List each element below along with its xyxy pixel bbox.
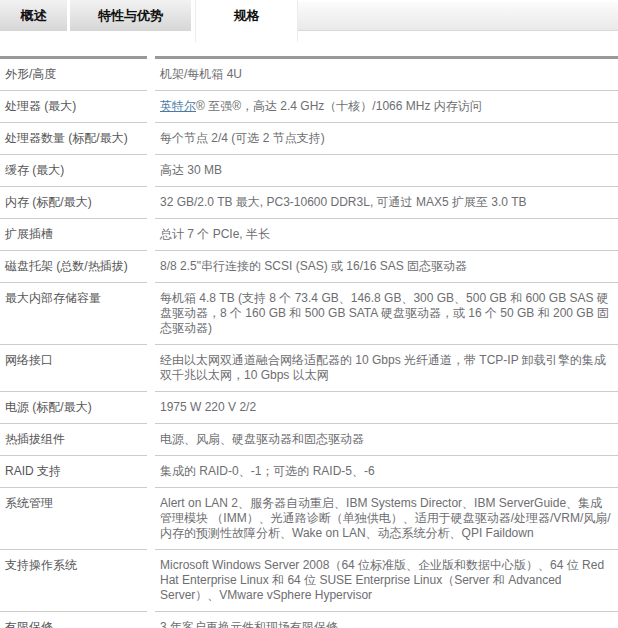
spec-row: 有限保修 3 年客户更换元件和现场有限保修 [0, 612, 618, 628]
spec-value-text: 每机箱 4.8 TB (支持 8 个 73.4 GB、146.8 GB、300 … [160, 291, 609, 335]
spec-label: 电源 (标配/最大) [0, 392, 147, 424]
spec-value-text: 8/8 2.5"串行连接的 SCSI (SAS) 或 16/16 SAS 固态驱… [160, 259, 467, 273]
spec-value: 经由以太网双通道融合网络适配器的 10 Gbps 光纤通道，带 TCP-IP 卸… [155, 345, 618, 392]
intel-link[interactable]: 英特尔 [160, 99, 196, 113]
spec-value-text: 每个节点 2/4 (可选 2 节点支持) [160, 131, 325, 145]
spec-row: 热插拔组件 电源、风扇、硬盘驱动器和固态驱动器 [0, 424, 618, 456]
spec-value-text: 高达 30 MB [160, 163, 222, 177]
spec-row: 最大内部存储容量 每机箱 4.8 TB (支持 8 个 73.4 GB、146.… [0, 283, 618, 345]
spec-value-text: Alert on LAN 2、服务器自动重启、IBM Systems Direc… [160, 496, 611, 540]
tab-specs[interactable]: 规格 [195, 0, 298, 42]
spec-value-text: 机架/每机箱 4U [160, 67, 242, 81]
spec-value: 每个节点 2/4 (可选 2 节点支持) [155, 123, 618, 155]
spec-label: 支持操作系统 [0, 550, 147, 612]
spec-label: 网络接口 [0, 345, 147, 392]
spec-value: 8/8 2.5"串行连接的 SCSI (SAS) 或 16/16 SAS 固态驱… [155, 251, 618, 283]
spec-value-text: 电源、风扇、硬盘驱动器和固态驱动器 [160, 432, 364, 446]
spec-label: 内存 (标配/最大) [0, 187, 147, 219]
spec-value: 总计 7 个 PCIe, 半长 [155, 219, 618, 251]
spec-row: 外形/高度 机架/每机箱 4U [0, 56, 618, 91]
spec-row: 缓存 (最大) 高达 30 MB [0, 155, 618, 187]
spec-value-text: 集成的 RAID-0、-1；可选的 RAID-5、-6 [160, 464, 375, 478]
spec-row: 电源 (标配/最大) 1975 W 220 V 2/2 [0, 392, 618, 424]
spec-label: RAID 支持 [0, 456, 147, 488]
spec-row: RAID 支持 集成的 RAID-0、-1；可选的 RAID-5、-6 [0, 456, 618, 488]
spec-value-text: 1975 W 220 V 2/2 [160, 400, 256, 414]
spec-value-text: 总计 7 个 PCIe, 半长 [160, 227, 270, 241]
spec-value: 电源、风扇、硬盘驱动器和固态驱动器 [155, 424, 618, 456]
tab-overview[interactable]: 概述 [0, 0, 67, 31]
tab-bar: 概述 特性与优势 规格 [0, 0, 618, 42]
spec-label: 磁盘托架 (总数/热插拔) [0, 251, 147, 283]
spec-value: 高达 30 MB [155, 155, 618, 187]
spec-value: 机架/每机箱 4U [155, 56, 618, 91]
spec-value-text: ® 至强®，高达 2.4 GHz（十核）/1066 MHz 内存访问 [196, 99, 482, 113]
spec-label: 处理器 (最大) [0, 91, 147, 123]
spec-label: 有限保修 [0, 612, 147, 628]
spec-row: 处理器 (最大) 英特尔® 至强®，高达 2.4 GHz（十核）/1066 MH… [0, 91, 618, 123]
spec-label: 外形/高度 [0, 56, 147, 91]
spec-value-text: 经由以太网双通道融合网络适配器的 10 Gbps 光纤通道，带 TCP-IP 卸… [160, 353, 606, 382]
spec-value: 3 年客户更换元件和现场有限保修 [155, 612, 618, 628]
spec-row: 内存 (标配/最大) 32 GB/2.0 TB 最大, PC3-10600 DD… [0, 187, 618, 219]
spec-row: 系统管理 Alert on LAN 2、服务器自动重启、IBM Systems … [0, 488, 618, 550]
spec-label: 扩展插槽 [0, 219, 147, 251]
tab-bar-filler [298, 2, 618, 31]
spec-value: 英特尔® 至强®，高达 2.4 GHz（十核）/1066 MHz 内存访问 [155, 91, 618, 123]
spec-row: 扩展插槽 总计 7 个 PCIe, 半长 [0, 219, 618, 251]
spec-label: 缓存 (最大) [0, 155, 147, 187]
spec-value: 32 GB/2.0 TB 最大, PC3-10600 DDR3L, 可通过 MA… [155, 187, 618, 219]
spec-label: 热插拔组件 [0, 424, 147, 456]
spec-value-text: Microsoft Windows Server 2008（64 位标准版、企业… [160, 558, 604, 602]
spec-value: Alert on LAN 2、服务器自动重启、IBM Systems Direc… [155, 488, 618, 550]
spec-value: Microsoft Windows Server 2008（64 位标准版、企业… [155, 550, 618, 612]
spec-row: 网络接口 经由以太网双通道融合网络适配器的 10 Gbps 光纤通道，带 TCP… [0, 345, 618, 392]
spec-label: 处理器数量 (标配/最大) [0, 123, 147, 155]
spec-value: 1975 W 220 V 2/2 [155, 392, 618, 424]
tab-features[interactable]: 特性与优势 [70, 0, 191, 31]
spec-row: 处理器数量 (标配/最大) 每个节点 2/4 (可选 2 节点支持) [0, 123, 618, 155]
spec-label: 最大内部存储容量 [0, 283, 147, 345]
spec-value: 每机箱 4.8 TB (支持 8 个 73.4 GB、146.8 GB、300 … [155, 283, 618, 345]
spec-label: 系统管理 [0, 488, 147, 550]
spec-table: 外形/高度 机架/每机箱 4U 处理器 (最大) 英特尔® 至强®，高达 2.4… [0, 56, 618, 628]
spec-row: 磁盘托架 (总数/热插拔) 8/8 2.5"串行连接的 SCSI (SAS) 或… [0, 251, 618, 283]
spec-row: 支持操作系统 Microsoft Windows Server 2008（64 … [0, 550, 618, 612]
spec-value-text: 32 GB/2.0 TB 最大, PC3-10600 DDR3L, 可通过 MA… [160, 195, 527, 209]
spec-value: 集成的 RAID-0、-1；可选的 RAID-5、-6 [155, 456, 618, 488]
spec-value-text: 3 年客户更换元件和现场有限保修 [160, 620, 338, 628]
